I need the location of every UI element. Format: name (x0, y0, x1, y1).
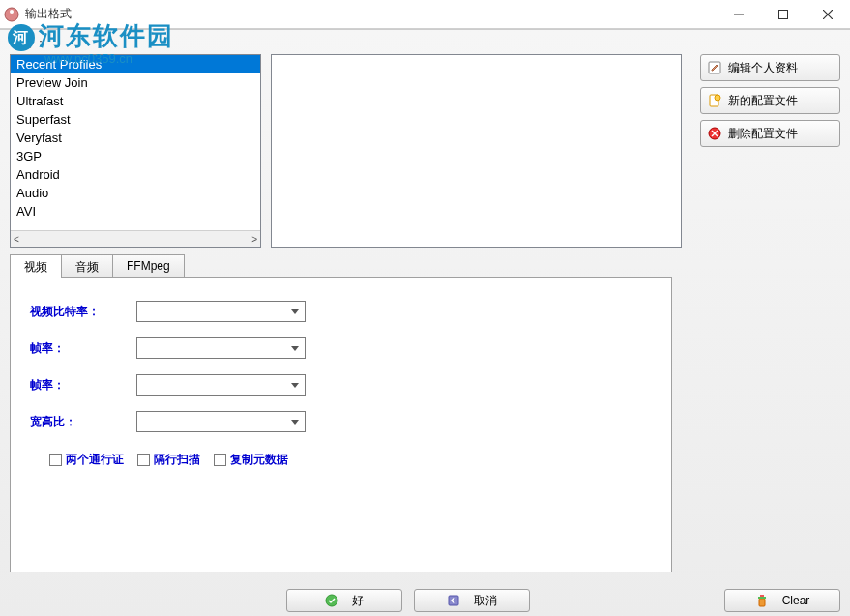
framerate2-label: 帧率： (30, 377, 136, 394)
svg-rect-14 (759, 599, 765, 606)
intro-label: 首介： (12, 35, 46, 51)
cancel-icon (447, 594, 460, 607)
minimize-button[interactable] (717, 0, 761, 28)
new-profile-button[interactable]: 新的配置文件 (700, 87, 840, 114)
profile-item[interactable]: AVI (11, 202, 260, 220)
svg-point-8 (715, 95, 720, 101)
delete-icon (707, 126, 722, 141)
window-title: 输出格式 (25, 6, 717, 22)
tab-ffmpeg[interactable]: FFMpeg (112, 254, 185, 278)
edit-profile-label: 编辑个人资料 (728, 60, 798, 76)
aspect-ratio-label: 宽高比： (30, 414, 136, 430)
svg-point-1 (10, 10, 14, 14)
edit-profile-button[interactable]: 编辑个人资料 (700, 54, 840, 81)
svg-rect-15 (758, 597, 766, 599)
profile-item[interactable]: Ultrafast (11, 92, 260, 110)
svg-rect-13 (449, 596, 458, 605)
two-pass-checkbox[interactable]: 两个通行证 (49, 452, 124, 468)
tab-content-video: 视频比特率： 帧率： 帧率： 宽高比： 两个通行证 (10, 277, 672, 572)
tab-audio[interactable]: 音频 (61, 254, 113, 278)
profile-item[interactable]: Veryfast (11, 129, 260, 147)
titlebar: 输出格式 (0, 0, 850, 29)
svg-rect-3 (779, 10, 788, 18)
video-bitrate-combo[interactable] (136, 301, 306, 322)
profile-item[interactable]: Android (11, 165, 260, 184)
profile-item[interactable]: Audio (11, 184, 260, 202)
interlace-checkbox[interactable]: 隔行扫描 (137, 452, 200, 468)
profile-item[interactable]: Recent Profiles (11, 55, 260, 73)
framerate1-label: 帧率： (30, 340, 136, 357)
check-icon (325, 594, 338, 607)
delete-profile-label: 删除配置文件 (728, 126, 798, 142)
checkbox-icon (137, 454, 150, 466)
new-profile-label: 新的配置文件 (728, 93, 798, 109)
framerate2-combo[interactable] (136, 374, 306, 396)
checkbox-icon (49, 454, 62, 466)
horizontal-scrollbar[interactable]: <> (11, 230, 260, 247)
profile-list[interactable]: Recent ProfilesPreview JoinUltrafastSupe… (10, 54, 261, 248)
profile-item[interactable]: Preview Join (11, 73, 260, 92)
clear-icon (755, 594, 769, 607)
ok-button[interactable]: 好 (286, 589, 402, 612)
copy-metadata-checkbox[interactable]: 复制元数据 (214, 452, 288, 468)
video-bitrate-label: 视频比特率： (30, 304, 136, 320)
tab-video[interactable]: 视频 (10, 254, 62, 278)
preview-pane (271, 54, 682, 248)
clear-button[interactable]: Clear (724, 589, 840, 612)
delete-profile-button[interactable]: 删除配置文件 (700, 120, 840, 147)
aspect-ratio-combo[interactable] (136, 411, 306, 432)
checkbox-icon (214, 454, 226, 466)
profile-item[interactable]: Superfast (11, 110, 260, 129)
maximize-button[interactable] (761, 0, 806, 28)
svg-rect-16 (760, 595, 764, 597)
profile-item[interactable]: 3GP (11, 147, 260, 165)
close-button[interactable] (806, 0, 850, 28)
new-icon (707, 93, 722, 108)
cancel-button[interactable]: 取消 (414, 589, 530, 612)
main-area: 首介： Recent ProfilesPreview JoinUltrafast… (0, 29, 850, 616)
app-icon (4, 7, 19, 22)
framerate1-combo[interactable] (136, 337, 306, 359)
edit-icon (707, 60, 722, 75)
